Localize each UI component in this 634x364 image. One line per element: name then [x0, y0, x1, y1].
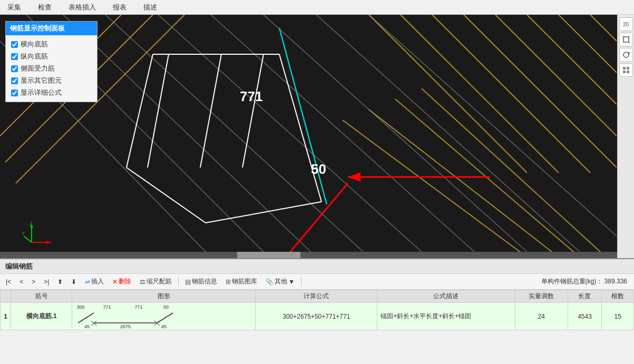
rebar-shape-svg: 300 771 771 50 45 2675 45: [75, 303, 181, 330]
checkbox-show-formula-label: 显示详细公式: [21, 88, 62, 97]
rebar-control-panel: 钢筋显示控制面板 横向底筋 纵向底筋 侧面受力筋 显示其它图元 显示详细公式: [5, 21, 97, 102]
svg-line-7: [495, 15, 617, 136]
svg-line-12: [369, 110, 559, 257]
svg-rect-49: [623, 67, 626, 70]
editor-toolbar: |< < > >| ⬆ ⬇ ⇌ 插入 ✕ 删除 ⚖ 缩尺配筋 ▤ 钢筋信息 ⊞ …: [0, 274, 634, 290]
checkbox-vertical-bottom-label: 纵向底筋: [21, 52, 48, 61]
svg-point-48: [623, 52, 629, 57]
svg-line-60: [78, 313, 94, 323]
table-container: 筋号 图形 计算公式 公式描述 实量调数 长度 根数 1 横向底筋.1: [0, 290, 634, 364]
checkbox-horizontal-bottom-input[interactable]: [11, 41, 18, 48]
svg-line-29: [206, 202, 321, 223]
svg-rect-51: [623, 71, 626, 73]
menu-item-collect[interactable]: 采集: [4, 2, 24, 13]
svg-line-6: [464, 15, 617, 168]
svg-line-62: [157, 313, 173, 323]
toolbar-view-btn[interactable]: [619, 33, 633, 46]
toolbar-rotate-btn[interactable]: [619, 48, 633, 62]
col-header-length: 长度: [568, 290, 602, 303]
cad-viewport: 771 50 钢筋显示控制面板 横向底筋 纵向底筋 侧面受力筋 显示其它图元: [0, 15, 634, 258]
checkbox-side-tension-label: 侧面受力筋: [21, 64, 55, 73]
svg-text:45: 45: [161, 324, 167, 329]
nav-prev-button[interactable]: <: [16, 277, 26, 287]
table-row[interactable]: 1 横向底筋.1 300 771 771 50: [1, 303, 634, 330]
right-toolbar: 20: [617, 15, 634, 258]
up-arrow-icon: ⬆: [57, 278, 63, 286]
svg-line-35: [237, 183, 348, 258]
svg-line-26: [126, 54, 153, 168]
col-header-formula: 计算公式: [256, 290, 377, 303]
move-down-button[interactable]: ⬇: [68, 277, 80, 287]
rebar-table: 筋号 图形 计算公式 公式描述 实量调数 长度 根数 1 横向底筋.1: [0, 290, 634, 330]
svg-line-27: [126, 168, 206, 223]
col-header-empty: [1, 290, 11, 303]
count-cell: 15: [602, 303, 634, 330]
svg-line-32: [242, 54, 264, 168]
menu-item-desc[interactable]: 描述: [140, 2, 160, 13]
length-cell: 4543: [568, 303, 602, 330]
svg-line-8: [527, 15, 617, 104]
col-header-bar-id: 筋号: [11, 290, 72, 303]
checkbox-show-formula-input[interactable]: [11, 90, 18, 96]
menu-item-check[interactable]: 检查: [35, 2, 55, 13]
formula-cell: 300+2675+50+771+771: [256, 303, 377, 330]
delete-button[interactable]: ✕ 删除: [109, 276, 134, 287]
scale-icon: ⚖: [140, 278, 145, 286]
svg-text:Z: Z: [30, 221, 33, 227]
svg-line-24: [279, 28, 327, 204]
checkbox-show-other[interactable]: 显示其它图元: [11, 76, 92, 85]
label-50: 50: [311, 161, 326, 178]
checkbox-horizontal-bottom-label: 横向底筋: [21, 40, 48, 49]
checkbox-vertical-bottom[interactable]: 纵向底筋: [11, 52, 92, 61]
rebar-library-button[interactable]: ⊞ 钢筋图库: [222, 276, 260, 287]
other-button[interactable]: 📎 其他 ▼: [262, 276, 298, 287]
col-header-shape: 图形: [72, 290, 256, 303]
svg-line-13: [395, 99, 580, 257]
checkbox-show-other-input[interactable]: [11, 77, 18, 84]
insert-button[interactable]: ⇌ 插入: [82, 276, 107, 287]
rotate-icon: [622, 51, 630, 59]
down-arrow-icon: ⬇: [71, 278, 76, 286]
axis-indicator: X Z Y: [21, 221, 53, 248]
nav-next-button[interactable]: >: [28, 277, 38, 287]
move-up-button[interactable]: ⬆: [54, 277, 66, 287]
viewport-scrollbar-thumb[interactable]: [237, 252, 300, 258]
zoom-icon: 20: [623, 22, 629, 27]
insert-icon: ⇌: [85, 278, 90, 286]
svg-text:X: X: [48, 240, 52, 245]
svg-text:2675: 2675: [120, 324, 131, 329]
menu-item-table-insert[interactable]: 表格插入: [65, 2, 99, 13]
svg-line-23: [369, 15, 617, 236]
svg-line-17: [63, 15, 316, 257]
menu-item-report[interactable]: 报表: [110, 2, 130, 13]
nav-last-button[interactable]: >|: [41, 277, 52, 287]
svg-line-9: [559, 15, 617, 73]
svg-line-19: [158, 15, 422, 252]
toolbar-zoom-btn[interactable]: 20: [619, 17, 633, 31]
row-number: 1: [1, 303, 11, 330]
svg-line-11: [343, 120, 527, 257]
toolbar-grid-btn[interactable]: [619, 63, 633, 77]
label-771: 771: [240, 88, 262, 105]
rebar-panel-title: 钢筋显示控制面板: [6, 22, 97, 35]
svg-line-3: [369, 15, 527, 173]
dropdown-arrow-icon: ▼: [288, 278, 295, 286]
delete-icon: ✕: [112, 278, 118, 286]
svg-line-31: [200, 54, 221, 168]
checkbox-vertical-bottom-input[interactable]: [11, 53, 18, 60]
scale-button[interactable]: ⚖ 缩尺配筋: [136, 276, 175, 287]
viewport-scrollbar[interactable]: [0, 252, 634, 258]
toolbar-separator-1: [178, 277, 179, 287]
checkbox-side-tension-input[interactable]: [11, 65, 18, 72]
top-menu-bar: 采集 检查 表格插入 报表 描述: [0, 0, 634, 15]
col-header-count: 根数: [602, 290, 634, 303]
svg-line-40: [24, 236, 32, 242]
rebar-info-button[interactable]: ▤ 钢筋信息: [182, 276, 220, 287]
bottom-panel: 编辑钢筋 |< < > >| ⬆ ⬇ ⇌ 插入 ✕ 删除 ⚖ 缩尺配筋 ▤ 钢筋…: [0, 258, 634, 364]
nav-first-button[interactable]: |<: [3, 277, 14, 287]
other-icon: 📎: [266, 278, 274, 286]
checkbox-side-tension[interactable]: 侧面受力筋: [11, 64, 92, 73]
checkbox-horizontal-bottom[interactable]: 横向底筋: [11, 40, 92, 49]
checkbox-show-formula[interactable]: 显示详细公式: [11, 88, 92, 97]
total-weight-value: 389.336: [604, 278, 627, 285]
